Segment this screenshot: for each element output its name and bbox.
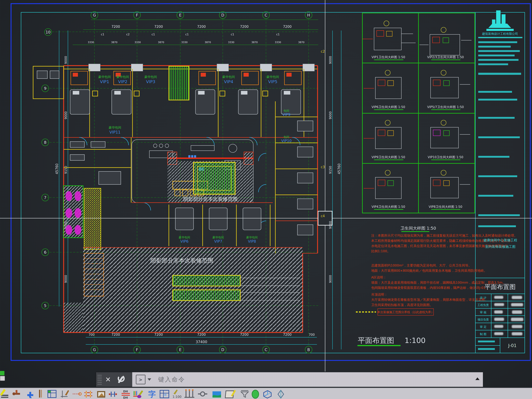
svg-text:豪华包间: 豪华包间 <box>266 75 279 79</box>
toolbar-icon-faucet[interactable] <box>27 392 33 398</box>
toolbar-icon-orange-grid[interactable] <box>84 391 92 398</box>
svg-text:3870: 3870 <box>298 41 304 44</box>
svg-text:VIP11: VIP11 <box>109 130 120 134</box>
svg-text:豪华包间: 豪华包间 <box>98 75 111 79</box>
svg-text:3330: 3330 <box>134 41 141 44</box>
svg-text:B: B <box>307 348 310 352</box>
svg-text:1:100: 1:100 <box>172 395 181 399</box>
shaded-note-center: 阴影部分非本次装修范围 <box>183 196 238 202</box>
svg-text:G: G <box>93 348 96 352</box>
svg-text:VIP2: VIP2 <box>118 79 127 84</box>
wrench-icon[interactable] <box>116 375 125 384</box>
sheet-title: 平面布置图 1:100 <box>357 336 425 346</box>
dimension-chain-top: 7200 7200 7200 7200 7200 c1 c2 c1 c1 c1 … <box>73 20 318 45</box>
svg-text:9000: 9000 <box>329 56 332 64</box>
svg-text:3330: 3330 <box>275 41 281 44</box>
toolbar-icon-form-table[interactable] <box>160 390 169 398</box>
svg-text:7: 7 <box>44 195 46 200</box>
toolbar-icon-paint-brush[interactable] <box>133 390 143 398</box>
svg-text:C: C <box>265 348 267 352</box>
details-panel-caption: 卫生间大样图 1:50 <box>400 226 436 232</box>
svg-text:3330: 3330 <box>88 41 94 44</box>
toolbar-icon-scale-1-100[interactable]: 1:100 <box>172 390 181 399</box>
svg-text:健康休闲中心装修工程: 健康休闲中心装修工程 <box>483 238 517 242</box>
svg-text:c1: c1 <box>231 33 234 36</box>
command-window-handle[interactable]: ✕ <box>96 372 132 387</box>
command-placeholder[interactable]: 键入命令 <box>158 375 185 384</box>
legend-renovation-boundary: 本次装修施工范围分界线（以此虚线为界） <box>356 309 434 315</box>
toolbar-icon-node-link[interactable] <box>198 392 207 396</box>
svg-text:审 核: 审 核 <box>480 311 487 314</box>
toolbar-icon-ellipse[interactable] <box>252 390 259 398</box>
svg-text:本次装修施工范围分界线（以此虚线为界）: 本次装修施工范围分界线（以此虚线为界） <box>377 310 434 314</box>
close-icon[interactable]: ✕ <box>105 376 111 383</box>
svg-text:包间: 包间 <box>284 109 289 112</box>
command-grip[interactable] <box>97 374 102 385</box>
svg-text:10: 10 <box>46 30 51 34</box>
svg-text:审 定: 审 定 <box>480 325 487 329</box>
svg-text:豪华包间: 豪华包间 <box>109 126 121 129</box>
svg-text:吊顶说明：: 吊顶说明： <box>371 293 387 296</box>
toolbar-icon-sketch-pencil[interactable] <box>0 389 8 398</box>
command-input[interactable]: ＞ 键入命令 <box>132 372 483 387</box>
drawing-canvas[interactable]: 7200 7200 7200 7200 7200 c1 c2 c1 c1 c1 … <box>0 0 532 388</box>
edge-icon-green[interactable] <box>0 371 4 375</box>
toolbar-icon-image[interactable] <box>97 391 105 398</box>
svg-text:9000: 9000 <box>64 56 68 64</box>
toolbar-icon-3d-box[interactable] <box>264 391 271 398</box>
svg-text:9150: 9150 <box>329 166 332 174</box>
svg-text:1:100: 1:100 <box>405 336 425 345</box>
svg-text:平面布置图: 平面布置图 <box>358 336 394 345</box>
svg-text:c1: c1 <box>101 33 104 36</box>
svg-text:7200: 7200 <box>283 333 291 336</box>
dimension-chain-right: 45760 9000 9000 9150 9000 9000 c2 c3 c4 <box>321 31 341 349</box>
svg-text:c4: c4 <box>321 214 325 218</box>
svg-text:包间隔墙采用轻钢龙骨双面双层石膏板，内填50厚岩棉，隔声达标: 包间隔墙采用轻钢龙骨双面双层石膏板，内填50厚岩棉，隔声达标，做法详J-01。 <box>371 286 489 290</box>
svg-text:VIP6: VIP6 <box>180 239 189 244</box>
svg-text:VIP1卫生间大样图 1:50: VIP1卫生间大样图 1:50 <box>372 55 405 59</box>
svg-text:VIP4: VIP4 <box>224 79 233 84</box>
toolbar-icon-funnel[interactable] <box>241 391 248 397</box>
svg-text:700: 700 <box>89 333 95 336</box>
svg-text:45760: 45760 <box>55 164 59 174</box>
svg-text:E: E <box>179 348 182 352</box>
svg-text:豪华包间: 豪华包间 <box>246 236 258 239</box>
svg-text:G: G <box>93 13 96 17</box>
svg-text:700: 700 <box>309 333 315 336</box>
shaded-note-bottom: 阴影部分非本次装修范围 <box>150 257 213 264</box>
toolbar-icon-diamond[interactable] <box>278 390 284 398</box>
svg-text:9000: 9000 <box>329 275 332 283</box>
svg-text:大厅采用轻钢龙骨石膏板造型吊顶／乳胶漆饰面，局部木饰面造型，: 大厅采用轻钢龙骨石膏板造型吊顶／乳胶漆饰面，局部木饰面造型，详见天花图。 <box>371 298 488 302</box>
dimension-chain-bottom: 700 7200 7200 7200 7200 7200 700 37400 <box>86 333 317 344</box>
command-scroll-up-icon[interactable] <box>475 377 480 380</box>
svg-text:包间: 包间 <box>284 135 289 139</box>
svg-text:37400: 37400 <box>196 340 207 344</box>
toolbar-icon-red-link[interactable] <box>73 393 81 395</box>
toolbar-icons: DH DH 字 1:100 <box>0 388 286 399</box>
toolbar-icon-column-dim[interactable] <box>184 389 194 397</box>
toolbar-icon-table-green[interactable] <box>48 390 56 398</box>
chevron-down-icon[interactable] <box>147 378 151 381</box>
toolbar-icon-landscape[interactable] <box>213 391 221 398</box>
svg-text:H: H <box>307 13 310 17</box>
edge-icon-gray[interactable] <box>0 376 5 381</box>
left-edge-toolbar-fragment[interactable] <box>0 370 5 386</box>
svg-text:7200: 7200 <box>240 333 249 336</box>
bottom-toolbar: DH DH 字 1:100 <box>0 387 532 399</box>
svg-text:建筑装饰设计工程有限公司: 建筑装饰设计工程有限公司 <box>482 32 518 35</box>
toolbar-icon-pipe[interactable] <box>39 390 42 398</box>
toolbar-icon-h-dimension[interactable] <box>109 392 117 397</box>
toolbar-icon-axis-pen[interactable] <box>61 390 69 398</box>
svg-text:注：本图所示尺寸均以现场实测为准，施工前须复核无误后方可施工: 注：本图所示尺寸均以现场实测为准，施工前须复核无误后方可施工，如有出入及时通知设… <box>371 234 517 237</box>
sheet-number: J-01 <box>508 343 517 348</box>
toolbar-icon-dh-lines[interactable]: DH DH <box>121 390 130 399</box>
svg-text:7200: 7200 <box>111 333 120 336</box>
svg-text:D: D <box>221 348 224 352</box>
floor-plan[interactable]: 豪华包间 VIP1 豪华包间 VIP2 豪华包间 VIP3 豪华包间 VIP4 … <box>33 64 317 332</box>
toolbar-icon-edit-pad[interactable] <box>225 390 236 398</box>
svg-text:字: 字 <box>148 390 156 399</box>
svg-text:7200: 7200 <box>154 25 163 29</box>
toolbar-icon-text-char[interactable]: 字 <box>148 390 156 399</box>
svg-text:45760: 45760 <box>337 164 341 174</box>
toolbar-icon-valve[interactable] <box>13 390 20 395</box>
